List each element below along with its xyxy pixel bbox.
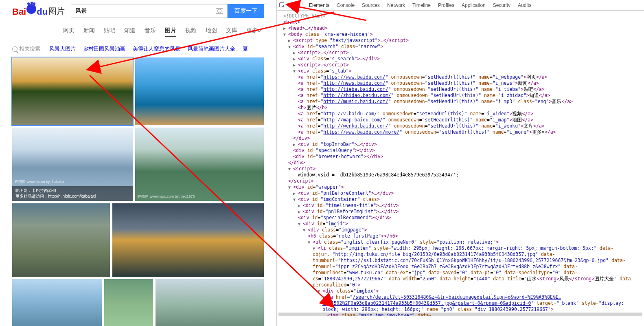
image-grid: 昵图网：卡巴拉西原创 更多精品请访问：http://hi.nipic.com/k… — [0, 57, 276, 326]
related-label: 相关搜索: — [12, 45, 42, 53]
watermark: 昵图网 www.nic.cn by: kabalaxi — [15, 179, 66, 185]
paw-icon — [26, 4, 36, 14]
tree-line[interactable]: </div> — [278, 160, 642, 166]
tree-line[interactable]: <div id="imgid"> — [278, 221, 642, 227]
tree-line[interactable]: <div id="search" class="narrow"> — [278, 44, 642, 50]
search-box: 百度一下 — [71, 4, 264, 18]
baidu-logo[interactable]: Baidu 图片 — [12, 5, 65, 17]
tree-line[interactable]: <a href="/search/detail?ct=503316480&z=&… — [278, 294, 642, 313]
related-link[interactable]: 夏 — [243, 45, 248, 53]
image-result[interactable] — [12, 203, 110, 277]
camera-icon — [216, 8, 223, 14]
related-search: 相关搜索: 风景大图片 乡村田园风景油画 美得让人窒息的风景 风景简笔画图片大全… — [0, 40, 276, 57]
tree-line[interactable]: <div id="pnlBeforeContent">…</div> — [278, 190, 642, 196]
logo-suffix: 图片 — [48, 6, 65, 17]
nav-tabs: 网页 新闻 贴吧 知道 音乐 图片 视频 地图 文库 更多» — [0, 22, 276, 40]
inspect-icon[interactable] — [279, 2, 285, 8]
tab-audits[interactable]: Audits — [517, 1, 532, 10]
tree-line[interactable]: <html> — [278, 19, 642, 25]
tree-line[interactable]: <ul class="imglist clearfix pageNum0" st… — [278, 239, 642, 245]
tree-line[interactable]: <li class="imgitem" style="width: 295px;… — [278, 245, 642, 288]
tree-line[interactable]: <div id="pnlBeforeImgList">…</div> — [278, 209, 642, 215]
tree-line[interactable]: <script type="text/javascript">…</script… — [278, 37, 642, 44]
watermark: 昵图网 www.nipic.com by: mxt1976 — [138, 194, 195, 199]
tree-line[interactable]: <div id="topInfoBar">…</div> — [278, 141, 642, 148]
image-result[interactable] — [12, 279, 102, 326]
separator — [302, 2, 302, 9]
tree-line[interactable]: <a href="http://map.baidu.com/" onmoused… — [278, 117, 642, 123]
tree-line[interactable]: <b>图片</b> — [278, 105, 642, 111]
image-result[interactable] — [156, 279, 264, 326]
image-result[interactable]: 昵图网：卡巴拉西原创 更多精品请访问：http://hi.nipic.com/k… — [12, 128, 133, 201]
camera-button[interactable] — [211, 4, 228, 18]
tree-line[interactable]: <a href="http://music.baidu.com/" onmous… — [278, 99, 642, 105]
tab-console[interactable]: Console — [336, 1, 355, 10]
tree-line[interactable]: </script> — [278, 178, 642, 184]
tree-line[interactable]: <a href="https://www.baidu.com/" onmouse… — [278, 74, 642, 80]
tree-line[interactable]: <a href="http://wenku.baidu.com/" onmous… — [278, 123, 642, 129]
search-button[interactable]: 百度一下 — [228, 4, 264, 18]
search-icon — [12, 46, 18, 52]
tab-tieba[interactable]: 贴吧 — [104, 25, 115, 37]
image-result[interactable]: 昵图网 www.nipic.com by: mxt1976 — [135, 128, 264, 201]
overlay-line: 更多精品请访问：http://hi.nipic.com/kabalaxi — [15, 194, 129, 199]
tree-line[interactable]: <div id="browser-hotword"></div> — [278, 154, 642, 160]
tree-line[interactable]: <script>…</script> — [278, 62, 642, 68]
tab-map[interactable]: 地图 — [206, 25, 217, 37]
tab-more[interactable]: 更多» — [246, 25, 261, 37]
tab-application[interactable]: Application — [461, 1, 486, 10]
tree-line[interactable]: <div id="specialQuery"></div> — [278, 148, 642, 154]
tab-web[interactable]: 网页 — [63, 25, 74, 37]
image-result[interactable] — [135, 57, 264, 125]
tree-line[interactable]: <body class="cms-area-hidden"> — [278, 31, 642, 37]
tab-news[interactable]: 新闻 — [83, 25, 95, 37]
tree-line-selected[interactable]: <img class="main_img img-hover" data-img… — [278, 313, 642, 316]
related-link[interactable]: 风景大图片 — [49, 45, 76, 53]
tree-line[interactable]: <a href="http://v.baidu.com/" onmousedow… — [278, 111, 642, 117]
tab-image[interactable]: 图片 — [165, 25, 176, 37]
tree-line[interactable]: <div class="imgpage"> — [278, 227, 642, 233]
tab-elements[interactable]: Elements — [308, 1, 330, 10]
tree-line[interactable]: <div id="wrapper"> — [278, 184, 642, 190]
tab-music[interactable]: 音乐 — [145, 25, 156, 37]
tree-line[interactable]: <div id="timeliness-title">…</div> — [278, 203, 642, 209]
tree-line[interactable]: <a href="http://news.baidu.com/" onmouse… — [278, 80, 642, 86]
tree-line[interactable]: <script>…</script> — [278, 50, 642, 56]
tree-line[interactable]: <!DOCTYPE html> — [278, 13, 642, 19]
overlay-line: 昵图网：卡巴拉西原创 — [15, 188, 129, 194]
tab-security[interactable]: Security — [492, 1, 511, 10]
devtools-tabs: Elements Console Sources Network Timelin… — [277, 0, 644, 11]
tab-network[interactable]: Network — [386, 1, 406, 10]
tree-line[interactable]: <div class="s_tab"> — [278, 68, 642, 74]
browser-page: Baidu 图片 百度一下 网页 新闻 贴吧 知道 音乐 图片 视频 地图 文库… — [0, 0, 277, 326]
image-overlay: 昵图网：卡巴拉西原创 更多精品请访问：http://hi.nipic.com/k… — [12, 186, 133, 201]
image-result[interactable] — [12, 57, 133, 125]
image-result[interactable] — [104, 279, 153, 326]
tree-line[interactable]: </div> — [278, 135, 642, 141]
image-result[interactable] — [112, 203, 264, 277]
tab-wenku[interactable]: 文库 — [226, 25, 237, 37]
tree-line[interactable]: <a href="http://tieba.baidu.com/" onmous… — [278, 86, 642, 93]
tree-line[interactable]: <div class="s_search">…</div> — [278, 56, 642, 62]
related-link[interactable]: 乡村田园风景油画 — [83, 45, 125, 53]
tree-line[interactable]: <div id="specialRecommend"></div> — [278, 215, 642, 221]
tab-video[interactable]: 视频 — [185, 25, 197, 37]
tab-profiles[interactable]: Profiles — [437, 1, 455, 10]
tree-line[interactable]: <a href="http://zhidao.baidu.com/" onmou… — [278, 93, 642, 99]
tab-sources[interactable]: Sources — [361, 1, 381, 10]
tree-line[interactable]: <script> — [278, 166, 642, 172]
tab-timeline[interactable]: Timeline — [412, 1, 432, 10]
tree-line[interactable]: <div id="imgContainer" class> — [278, 196, 642, 203]
tree-line[interactable]: <head>…</head> — [278, 25, 642, 31]
header: Baidu 图片 百度一下 — [0, 0, 276, 22]
tree-line[interactable]: <div class="imgbox"> — [278, 288, 642, 294]
related-link[interactable]: 风景简笔画图片大全 — [188, 45, 235, 53]
tree-line[interactable]: <h6 class="note firstPage"></h6> — [278, 233, 642, 239]
tree-line[interactable]: <a href="https://www.baidu.com/more/" on… — [278, 129, 642, 135]
tab-zhidao[interactable]: 知道 — [124, 25, 136, 37]
related-link[interactable]: 美得让人窒息的风景 — [133, 45, 180, 53]
search-input[interactable] — [71, 4, 211, 18]
device-toggle-icon[interactable] — [291, 2, 296, 8]
elements-tree[interactable]: <!DOCTYPE html> <html> <head>…</head> <b… — [277, 11, 644, 316]
tree-line[interactable]: window.vsid = 'db12bb85193e76a98c84ed4e8… — [278, 172, 642, 178]
